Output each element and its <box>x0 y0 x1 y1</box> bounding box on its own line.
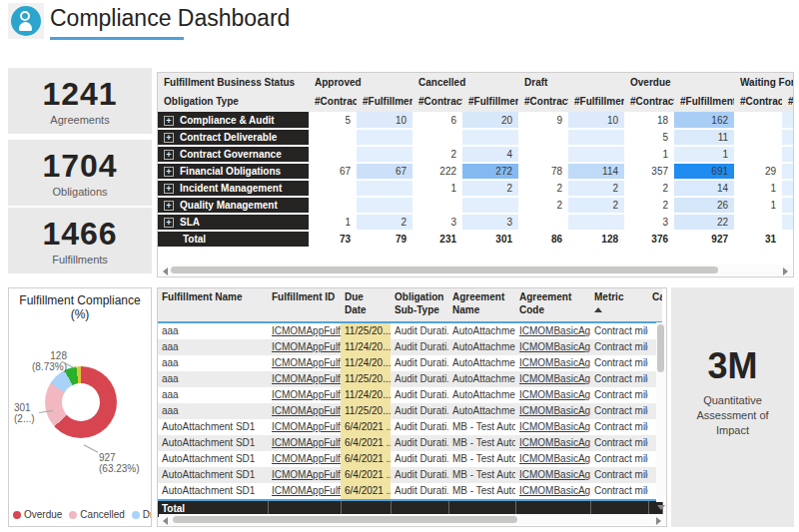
matrix-cell[interactable]: 3 <box>624 214 674 231</box>
matrix-cell[interactable] <box>734 214 782 231</box>
matrix-cell[interactable] <box>357 197 412 214</box>
matrix-cell[interactable] <box>734 129 782 146</box>
matrix-cell[interactable]: 1 <box>734 197 782 214</box>
matrix-row-header[interactable]: +Financial Obligations <box>158 163 309 180</box>
cell-link[interactable]: ICMOMAppFulfi... <box>272 373 341 384</box>
matrix-cell[interactable]: 231 <box>412 231 462 248</box>
matrix-cell[interactable]: 927 <box>674 231 734 248</box>
matrix-cell[interactable]: 67 <box>357 163 412 180</box>
detail-horizontal-scrollbar[interactable] <box>159 514 665 525</box>
matrix-cell[interactable]: 18 <box>624 112 674 129</box>
expand-plus-icon[interactable]: + <box>164 201 174 211</box>
matrix-cell[interactable]: 1 <box>674 146 734 163</box>
matrix-cell[interactable]: 1 <box>309 214 357 231</box>
matrix-cell[interactable]: 4 <box>462 146 518 163</box>
matrix-measure-header[interactable]: #Fulfillments <box>462 92 518 112</box>
matrix-row-header[interactable]: +Contract Deliverable <box>158 129 309 146</box>
cell-link[interactable]: ICMOMAppFulfi... <box>272 421 341 432</box>
matrix-cell[interactable]: 301 <box>462 231 518 248</box>
matrix-group-approved[interactable]: Approved <box>309 73 412 92</box>
matrix-cell[interactable]: 376 <box>624 231 674 248</box>
matrix-cell[interactable]: 11 <box>674 129 734 146</box>
matrix-cell[interactable] <box>309 146 357 163</box>
matrix-cell[interactable]: 162 <box>674 112 734 129</box>
table-row[interactable]: AutoAttachment SD1ICMOMAppFulfi...6/4/20… <box>158 435 662 451</box>
matrix-cell[interactable]: 31 <box>734 231 782 248</box>
matrix-cell[interactable]: 2 <box>624 197 674 214</box>
scroll-down-icon[interactable] <box>657 505 665 510</box>
matrix-cell[interactable] <box>734 146 782 163</box>
matrix-cell[interactable] <box>568 129 624 146</box>
cell-link[interactable]: ICMOMBasicAgr... <box>519 437 590 448</box>
col-fulfillment-name[interactable]: Fulfillment Name <box>158 288 268 322</box>
matrix-measure-header[interactable]: #Fulfillments <box>357 92 412 112</box>
scroll-right-icon[interactable] <box>783 267 788 275</box>
matrix-cell[interactable] <box>357 129 412 146</box>
matrix-cell[interactable]: 2 <box>624 180 674 197</box>
cell-link[interactable]: ICMOMBasicAgr... <box>519 469 590 480</box>
matrix-cell[interactable]: 5 <box>309 112 357 129</box>
matrix-cell[interactable]: 691 <box>674 163 734 180</box>
matrix-cell[interactable]: 272 <box>462 163 518 180</box>
matrix-cell[interactable]: 1 <box>624 146 674 163</box>
matrix-measure-header[interactable]: #Contracts <box>309 92 357 112</box>
matrix-cell[interactable]: 78 <box>518 163 568 180</box>
table-row[interactable]: AutoAttachment SD1ICMOMAppFulfi...6/4/20… <box>158 467 662 483</box>
expand-plus-icon[interactable]: + <box>164 184 174 194</box>
matrix-measure-header[interactable]: #Contracts <box>734 92 782 112</box>
table-row[interactable]: AutoAttachment SD1ICMOMAppFulfi...6/4/20… <box>158 451 662 467</box>
matrix-measure-header[interactable]: #Contracts <box>412 92 462 112</box>
matrix-cell[interactable]: 10 <box>568 112 624 129</box>
sort-ascending-icon[interactable] <box>594 307 602 312</box>
matrix-cell[interactable]: 2 <box>518 197 568 214</box>
table-row[interactable]: aaaICMOMAppFulfi...11/25/20...Audit Dura… <box>158 322 662 339</box>
scroll-left-icon[interactable] <box>163 267 168 275</box>
matrix-cell[interactable]: 1 <box>412 180 462 197</box>
table-row[interactable]: AutoAttachment SD1ICMOMAppFulfi...6/4/20… <box>158 419 662 435</box>
col-obligation-sub-type[interactable]: Obligation Sub-Type <box>391 288 448 322</box>
matrix-cell[interactable] <box>782 146 794 163</box>
matrix-cell[interactable]: 128 <box>568 231 624 248</box>
cell-link[interactable]: ICMOMBasicAgr... <box>519 421 590 432</box>
matrix-group-draft[interactable]: Draft <box>518 73 624 92</box>
matrix-cell[interactable]: 2 <box>462 180 518 197</box>
matrix-cell[interactable]: 79 <box>357 231 412 248</box>
col-metric[interactable]: Metric <box>590 288 648 322</box>
matrix-cell[interactable]: 86 <box>518 231 568 248</box>
matrix-cell[interactable] <box>518 129 568 146</box>
matrix-cell[interactable] <box>357 180 412 197</box>
matrix-measure-header[interactable]: #Contracts <box>624 92 674 112</box>
col-fulfillment-id[interactable]: Fulfillment ID <box>268 288 341 322</box>
cell-link[interactable]: ICMOMAppFulfi... <box>272 357 341 368</box>
matrix-cell[interactable]: 14 <box>674 180 734 197</box>
matrix-measure-header[interactable]: #Contracts <box>518 92 568 112</box>
matrix-cell[interactable]: 2 <box>412 146 462 163</box>
matrix-row-header[interactable]: +Incident Management <box>158 180 309 197</box>
matrix-cell[interactable] <box>782 129 794 146</box>
matrix-cell[interactable]: 2 <box>518 180 568 197</box>
matrix-cell[interactable]: 2 <box>568 197 624 214</box>
table-row[interactable]: aaaICMOMAppFulfi...11/25/20...Audit Dura… <box>158 403 662 419</box>
matrix-row-header[interactable]: +Quality Management <box>158 197 309 214</box>
matrix-measure-header[interactable]: #Fulfillments <box>674 92 734 112</box>
matrix-cell[interactable]: 67 <box>309 163 357 180</box>
matrix-cell[interactable] <box>309 129 357 146</box>
matrix-cell[interactable]: 2 <box>568 180 624 197</box>
matrix-cell[interactable]: 5 <box>624 129 674 146</box>
cell-link[interactable]: ICMOMBasicAgr... <box>519 485 590 496</box>
matrix-cell[interactable] <box>518 214 568 231</box>
matrix-cell[interactable]: 29 <box>734 163 782 180</box>
matrix-row-header[interactable]: +SLA <box>158 214 309 231</box>
col-agreement-code[interactable]: Agreement Code <box>515 288 590 322</box>
matrix-cell[interactable]: 9 <box>518 112 568 129</box>
table-row[interactable]: aaaICMOMAppFulfi...11/24/20...Audit Dura… <box>158 339 662 355</box>
matrix-cell[interactable]: 6 <box>412 112 462 129</box>
cell-link[interactable]: ICMOMBasicAgr... <box>519 357 590 368</box>
expand-plus-icon[interactable]: + <box>164 218 174 228</box>
table-row[interactable]: AutoAttachment SD1ICMOMAppFulfi...6/4/20… <box>158 483 662 500</box>
cell-link[interactable]: ICMOMAppFulfi... <box>272 341 341 352</box>
legend-item[interactable]: Cancelled <box>69 509 124 520</box>
scroll-left-icon[interactable] <box>163 517 168 525</box>
cell-link[interactable]: ICMOMBasicAgr... <box>519 341 590 352</box>
cell-link[interactable]: ICMOMBasicAgr... <box>519 389 590 400</box>
